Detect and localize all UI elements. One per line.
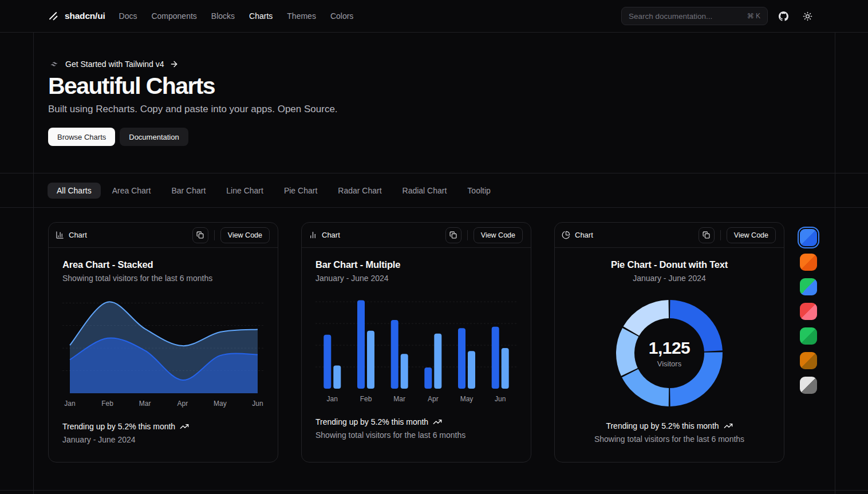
pie-chart-icon — [562, 231, 570, 239]
brand-name: shadcn/ui — [65, 11, 105, 21]
theme-toggle-button[interactable] — [799, 7, 816, 25]
chart-category-tabs: All Charts Area Chart Bar Chart Line Cha… — [0, 173, 868, 208]
documentation-button[interactable]: Documentation — [120, 128, 188, 146]
tailwind-icon — [48, 60, 60, 68]
nav-item-themes[interactable]: Themes — [287, 11, 316, 21]
toolbar-divider — [720, 230, 721, 240]
github-icon — [779, 11, 788, 21]
announcement-link[interactable]: Get Started with Tailwind v4 — [48, 60, 179, 69]
svg-text:Mar: Mar — [393, 395, 405, 403]
theme-swatch-blue[interactable] — [800, 229, 817, 246]
bar-chart-icon — [309, 231, 317, 239]
shadcn-logo-icon — [48, 11, 59, 22]
toolbar-divider — [467, 230, 468, 240]
svg-text:Jun: Jun — [252, 400, 263, 408]
hero-buttons: Browse Charts Documentation — [48, 128, 868, 146]
hero-section: Get Started with Tailwind v4 Beautiful C… — [0, 33, 868, 173]
nav-item-colors[interactable]: Colors — [330, 11, 353, 21]
tab-tooltip[interactable]: Tooltip — [458, 183, 499, 199]
copy-code-button[interactable] — [445, 227, 461, 243]
trend-text: Trending up by 5.2% this month — [606, 421, 719, 430]
theme-swatch-mono[interactable] — [800, 377, 817, 394]
next-section-divider — [0, 491, 868, 494]
svg-text:Jun: Jun — [495, 395, 506, 403]
browse-charts-button[interactable]: Browse Charts — [48, 128, 115, 146]
nav-item-blocks[interactable]: Blocks — [211, 11, 235, 21]
chart-title: Area Chart - Stacked — [62, 259, 264, 270]
toolbar-divider — [214, 230, 215, 240]
svg-text:Jan: Jan — [327, 395, 338, 403]
area-chart[interactable]: JanFebMarAprMayJun — [62, 296, 265, 408]
copy-icon — [449, 231, 457, 239]
area-chart-card: Chart View Code Area Chart - Stacked Sho… — [48, 222, 278, 463]
view-code-button[interactable]: View Code — [727, 227, 776, 243]
chart-footer: Trending up by 5.2% this month Showing t… — [315, 417, 517, 440]
tab-pie-chart[interactable]: Pie Chart — [275, 183, 326, 199]
nav-item-components[interactable]: Components — [151, 11, 196, 21]
search-shortcut-hint: ⌘ K — [747, 12, 760, 20]
charts-grid: Chart View Code Area Chart - Stacked Sho… — [48, 222, 868, 463]
svg-text:Apr: Apr — [177, 400, 188, 408]
theme-picker — [800, 229, 817, 394]
view-code-button[interactable]: View Code — [474, 227, 523, 243]
search-field[interactable] — [629, 12, 743, 21]
toolbar-chart-label: Chart — [322, 231, 340, 239]
footer-caption: January - June 2024 — [62, 435, 264, 444]
chart-title: Bar Chart - Multiple — [315, 259, 517, 270]
nav-item-docs[interactable]: Docs — [119, 11, 137, 21]
svg-text:Feb: Feb — [360, 395, 372, 403]
bar-chart[interactable]: JanFebMarAprMayJun — [315, 296, 517, 404]
tab-area-chart[interactable]: Area Chart — [103, 183, 160, 199]
donut-chart-wrap: 1,125 Visitors — [615, 299, 724, 408]
svg-text:May: May — [460, 395, 474, 403]
trending-up-icon — [433, 417, 442, 426]
pie-chart-card: Chart View Code Pie Chart - Donut with T… — [554, 222, 784, 463]
nav-item-charts[interactable]: Charts — [249, 11, 273, 21]
chart-title: Pie Chart - Donut with Text — [569, 259, 770, 270]
brand-link[interactable]: shadcn/ui — [48, 11, 105, 22]
tab-bar-chart[interactable]: Bar Chart — [162, 183, 215, 199]
theme-swatch-green[interactable] — [800, 327, 817, 345]
theme-swatch-green-blue[interactable] — [800, 278, 817, 295]
tab-radial-chart[interactable]: Radial Chart — [393, 183, 456, 199]
tab-line-chart[interactable]: Line Chart — [217, 183, 273, 199]
copy-code-button[interactable] — [699, 227, 715, 243]
page-title: Beautiful Charts — [48, 73, 868, 100]
theme-swatch-amber[interactable] — [800, 352, 817, 369]
svg-text:Mar: Mar — [139, 400, 151, 408]
card-toolbar: Chart View Code — [302, 223, 531, 248]
trending-up-icon — [180, 422, 189, 431]
trend-text: Trending up by 5.2% this month — [315, 417, 428, 426]
donut-total-value: 1,125 — [649, 338, 691, 358]
page-subtitle: Built using Recharts. Copy and paste int… — [48, 104, 868, 115]
card-toolbar: Chart View Code — [49, 223, 278, 248]
bar-chart-card: Chart View Code Bar Chart - Multiple Jan… — [301, 222, 531, 463]
header-left: shadcn/ui Docs Components Blocks Charts … — [48, 11, 353, 22]
svg-text:Apr: Apr — [428, 395, 439, 403]
copy-icon — [703, 231, 710, 239]
chart-footer: Trending up by 5.2% this month Showing t… — [569, 421, 770, 444]
copy-code-button[interactable] — [192, 227, 208, 243]
footer-caption: Showing total visitors for the last 6 mo… — [315, 430, 517, 440]
view-code-button[interactable]: View Code — [220, 227, 270, 243]
footer-caption: Showing total visitors for the last 6 mo… — [569, 434, 770, 444]
theme-swatch-red[interactable] — [800, 303, 817, 320]
theme-swatch-orange[interactable] — [800, 254, 817, 271]
github-button[interactable] — [775, 7, 792, 25]
donut-total-label: Visitors — [657, 359, 681, 368]
copy-icon — [196, 231, 204, 239]
card-toolbar: Chart View Code — [555, 223, 784, 248]
donut-center-text: 1,125 Visitors — [615, 299, 724, 408]
announcement-text: Get Started with Tailwind v4 — [65, 60, 164, 69]
main-nav: Docs Components Blocks Charts Themes Col… — [119, 11, 354, 21]
chart-column-icon — [56, 231, 64, 239]
svg-text:Jan: Jan — [64, 400, 75, 408]
site-header: shadcn/ui Docs Components Blocks Charts … — [0, 0, 868, 33]
trending-up-icon — [724, 421, 733, 430]
search-input[interactable]: ⌘ K — [621, 7, 768, 25]
tab-radar-chart[interactable]: Radar Chart — [329, 183, 390, 199]
svg-text:Feb: Feb — [101, 400, 113, 408]
tab-all-charts[interactable]: All Charts — [48, 183, 101, 199]
arrow-right-icon — [169, 60, 179, 69]
toolbar-chart-label: Chart — [69, 231, 87, 239]
